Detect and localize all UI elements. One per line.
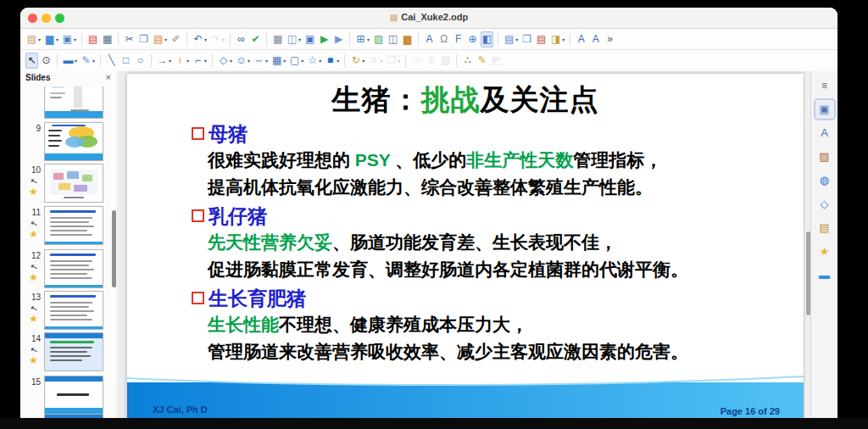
duplicate-slide-button[interactable]: ❐ (520, 31, 533, 47)
clone-formatting-button[interactable]: ✐ (170, 31, 182, 47)
fontwork-button[interactable]: F (452, 31, 465, 47)
new-document-button[interactable]: ▤▾ (25, 31, 42, 47)
select-button[interactable]: ↖ (25, 53, 38, 69)
sidebar-tab-master-slides[interactable]: ▤ (815, 219, 834, 237)
3d-objects-button[interactable]: ■▾ (324, 53, 340, 69)
slide-canvas: 生猪：挑战及关注点 母猪很难实践好理想的 PSY 、低少的非生产性天数管理指标，… (117, 71, 805, 420)
text-box-a-button[interactable]: A (575, 31, 587, 47)
slide-properties-button[interactable]: ◨▾ (549, 31, 565, 47)
crop-image-button[interactable]: # (425, 53, 437, 69)
show-draw-functions-button[interactable]: ◧ (481, 31, 493, 47)
slide-thumbnail[interactable] (44, 86, 103, 119)
undo-button[interactable]: ↶▾ (192, 31, 208, 47)
edit-points-button[interactable]: ∴ (461, 53, 474, 69)
start-from-first-slide-button[interactable]: ▶ (318, 31, 331, 47)
basic-shapes-button[interactable]: ◇▾ (217, 53, 233, 69)
dropdown-caret-icon: ▾ (164, 36, 167, 42)
insert-text-columns-button[interactable]: ◫ (387, 31, 399, 47)
callout-shapes-button[interactable]: ▢▾ (288, 53, 304, 69)
styles-icon: A (815, 124, 834, 142)
shadow-button[interactable]: ▱ (410, 53, 423, 69)
slide-transition-marker-icon: ↖ (30, 261, 39, 272)
toolbar-separator (570, 33, 570, 46)
section-heading: 生长育肥猪 (192, 286, 306, 312)
document-icon: ▤ (390, 13, 398, 22)
arrange-objects-button[interactable]: ❐▾ (385, 53, 401, 69)
sidebar-tab-sidebar-menu[interactable]: ≡ (815, 76, 834, 95)
connectors-button[interactable]: ⌐▾ (192, 53, 208, 69)
insert-text-box-button[interactable]: A (423, 31, 436, 47)
dropdown-caret-icon: ▾ (186, 58, 189, 64)
slide-number: 11 (20, 208, 41, 217)
copy-button[interactable]: ❐ (137, 31, 150, 47)
slide-thumbnail-15[interactable] (44, 376, 103, 415)
align-objects-button[interactable]: ≡▾ (367, 53, 383, 69)
sidebar-tab-animation[interactable]: ★ (815, 242, 834, 261)
hyperlink-button[interactable]: ⊕ (466, 31, 479, 47)
current-slide[interactable]: 生猪：挑战及关注点 母猪很难实践好理想的 PSY 、低少的非生产性天数管理指标，… (127, 74, 804, 420)
slides-panel-scrollbar-thumb[interactable] (112, 210, 116, 287)
slide-thumbnail-14[interactable] (44, 332, 103, 371)
character-spacing-button[interactable]: A (589, 31, 602, 47)
ellipse-button[interactable]: ○ (134, 53, 147, 69)
save-button[interactable]: ▣▾ (61, 31, 77, 47)
block-arrows-button[interactable]: ⇔▾ (253, 53, 269, 69)
display-grid-button[interactable]: ▦ (271, 31, 284, 47)
rotate-button[interactable]: ↻▾ (349, 53, 365, 69)
flowchart-shapes-button[interactable]: ▦▾ (270, 53, 287, 69)
slide-number: 15 (20, 377, 41, 387)
sidebar-tab-styles[interactable]: A (815, 124, 834, 142)
slide-thumbnail-11[interactable] (44, 206, 103, 245)
insert-table-button[interactable]: ⊞▾ (354, 31, 370, 47)
dropdown-caret-icon: ▾ (74, 36, 76, 42)
animation-star-icon: ★ (29, 271, 38, 283)
insert-image-button[interactable]: ▨ (372, 31, 385, 47)
open-button[interactable]: ▆▾ (43, 31, 59, 47)
slide-thumbnail-row-9: 9 (20, 122, 117, 163)
stars-banners-button[interactable]: ☆▾ (306, 53, 322, 69)
zoom-button[interactable]: ⊙ (40, 53, 53, 69)
line-color-button[interactable]: ✎▾ (80, 53, 96, 69)
toggle-extrusion-button[interactable]: ◩ (490, 53, 503, 69)
sidebar-tab-shapes[interactable]: ◇ (815, 195, 834, 214)
image-filter-button[interactable]: ▨ (439, 53, 452, 69)
slides-panel-close-icon[interactable]: × (106, 72, 111, 82)
sidebar-tab-slide-transition[interactable]: ▬ (815, 266, 834, 285)
spelling-button[interactable]: ✔ (249, 31, 262, 47)
animation-icon: ★ (815, 242, 834, 261)
print-button[interactable]: ▦ (101, 31, 114, 47)
toolbar-overflow-button[interactable]: » (604, 31, 616, 47)
text-box-a-icon: A (576, 31, 587, 47)
slide-thumbnail-9[interactable] (44, 122, 103, 161)
redo-button[interactable]: ↷▾ (209, 31, 225, 47)
fill-color-button[interactable]: ▬▾ (62, 53, 78, 69)
window-title: ▤Cai_Xuke2.odp (20, 12, 837, 22)
insert-line-button[interactable]: ╲ (105, 53, 118, 69)
export-pdf-button[interactable]: ▤ (86, 31, 99, 47)
display-views-button[interactable]: ◫▾ (286, 31, 302, 47)
master-slide-button[interactable]: ▣ (303, 31, 316, 47)
sidebar-tab-navigator[interactable]: ◍ (815, 171, 834, 190)
special-character-button[interactable]: Ω (437, 31, 450, 47)
delete-slide-button[interactable]: ▤ (535, 31, 548, 47)
sidebar-tab-gallery[interactable]: ▨ (815, 148, 834, 166)
curves-polygons-button[interactable]: ≀▾ (174, 53, 190, 69)
sidebar-tab-properties[interactable]: ▣ (815, 100, 834, 119)
symbol-shapes-button[interactable]: ☺▾ (235, 53, 251, 69)
slide-thumbnail-10[interactable] (44, 164, 103, 203)
new-slide-button[interactable]: ▤▾ (503, 31, 519, 47)
slide-thumbnail-13[interactable] (44, 291, 103, 330)
insert-chart-button[interactable]: ▆ (401, 31, 414, 47)
cut-button[interactable]: ✂ (123, 31, 136, 47)
lines-and-arrows-button[interactable]: →▾ (156, 53, 172, 69)
paste-button[interactable]: ▤▾ (152, 31, 168, 47)
zoom-icon: ⊙ (41, 53, 52, 69)
body-line: 管理肠道来改善营养吸收效率、减少主客观应激因素的危害。 (208, 340, 688, 364)
glue-points-button[interactable]: ✎ (476, 53, 488, 69)
slide-thumbnail-12[interactable] (44, 249, 103, 288)
shadow-icon: ▱ (411, 53, 422, 69)
find-replace-button[interactable]: ∞ (235, 31, 248, 47)
slide-footer-wave (127, 382, 804, 420)
rectangle-button[interactable]: □ (120, 53, 132, 69)
start-from-current-slide-button[interactable]: ▶ (332, 31, 345, 47)
